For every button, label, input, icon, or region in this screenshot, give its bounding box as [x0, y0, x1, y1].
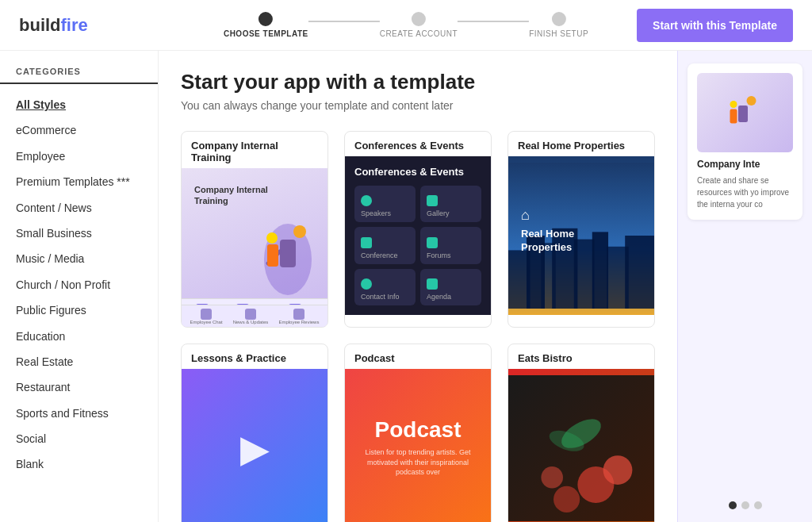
template-card-image-podcast: Podcast Listen for top trending artists.…: [345, 369, 491, 522]
template-card-eats[interactable]: Eats Bistro: [508, 344, 655, 522]
template-card-title-eats: Eats Bistro: [508, 344, 654, 369]
mock-company-figure: [256, 216, 320, 303]
svg-rect-14: [625, 236, 654, 309]
svg-point-24: [730, 101, 737, 108]
mock-conf-agenda: Agenda: [420, 269, 481, 305]
template-card-conferences[interactable]: Conferences & Events Conferences & Event…: [344, 131, 492, 328]
step-label-2: Create Account: [380, 29, 458, 38]
template-card-title-podcast: Podcast: [345, 344, 491, 369]
mock-conf-contact: Contact Info: [354, 269, 416, 305]
step-choose-template: Choose Template: [224, 12, 308, 38]
svg-point-17: [603, 455, 633, 485]
mock-conf-header: Conferences & Events: [354, 166, 481, 179]
sidebar-item-content-news[interactable]: Content / News: [0, 195, 158, 221]
sidebar-item-premium[interactable]: Premium Templates ***: [0, 169, 158, 194]
svg-point-18: [553, 486, 580, 512]
svg-point-1: [293, 225, 306, 238]
template-grid: Company Internal Training Company Intern…: [181, 131, 655, 522]
sidebar-item-restaurant[interactable]: Restaurant: [0, 374, 158, 400]
mock-lessons-icon: ▶: [240, 426, 270, 470]
page-title: Start your app with a template: [181, 70, 655, 94]
right-panel: Company Inte Create and share se resourc…: [677, 51, 812, 522]
step-circle-2: [412, 12, 426, 26]
mock-company-text: Company InternalTraining: [194, 184, 268, 207]
template-card-podcast[interactable]: Podcast Podcast Listen for top trending …: [344, 344, 492, 522]
template-card-title-lessons: Lessons & Practice: [182, 344, 327, 369]
sidebar-item-church[interactable]: Church / Non Profit: [0, 272, 158, 297]
template-card-company[interactable]: Company Internal Training Company Intern…: [181, 131, 328, 328]
right-panel-card: Company Inte Create and share se resourc…: [688, 63, 802, 220]
carousel-dots: [688, 495, 802, 509]
mock-chat: Employee Chat: [190, 309, 223, 324]
template-card-image-lessons: ▶: [182, 369, 327, 522]
mock-conf-speakers: Speakers: [354, 186, 416, 222]
step-circle-1: [259, 12, 273, 26]
mock-conf-grid: Speakers Gallery Conference: [354, 186, 481, 305]
mock-second-bar: Employee Chat News & Updates Employee Re…: [182, 305, 327, 327]
sidebar-item-ecommerce[interactable]: eCommerce: [0, 117, 158, 143]
template-card-image-realhome: ⌂ Real HomeProperties: [508, 156, 654, 315]
progress-steps: Choose Template Create Account Finish Se…: [224, 12, 588, 38]
sidebar-item-blank[interactable]: Blank: [0, 451, 158, 477]
svg-rect-25: [730, 109, 737, 124]
logo-fire-text: fire: [61, 15, 88, 36]
page-subtitle: You can always change your template and …: [181, 99, 655, 112]
step-finish-setup: Finish Setup: [529, 12, 588, 38]
mock-real-brand-text: ⌂ Real HomeProperties: [521, 206, 574, 255]
sidebar-item-all-styles[interactable]: All Styles: [0, 92, 158, 117]
step-label-1: Choose Template: [224, 29, 308, 38]
main-layout: CATEGORIES All Styles eCommerce Employee…: [0, 51, 812, 522]
mock-conf-forums: Forums: [420, 227, 481, 263]
logo-build-text: build: [19, 15, 61, 36]
template-card-title-company: Company Internal Training: [182, 132, 327, 168]
mock-news: News & Updates: [233, 309, 269, 324]
header: buildfire Choose Template Create Account…: [0, 0, 812, 51]
sidebar-item-sports-fitness[interactable]: Sports and Fitness: [0, 401, 158, 426]
sidebar-item-small-business[interactable]: Small Business: [0, 221, 158, 246]
mock-reviews: Employee Reviews: [278, 309, 319, 324]
template-card-image-eats: [508, 369, 654, 522]
svg-rect-2: [280, 240, 296, 267]
right-panel-preview-icon: [722, 89, 769, 136]
svg-rect-11: [574, 240, 595, 309]
content-area: Start your app with a template You can a…: [159, 51, 677, 522]
mock-conf-conference: Conference: [354, 227, 416, 263]
right-panel-card-text: Create and share se resources with yo im…: [697, 175, 793, 210]
template-card-image-conferences: Conferences & Events Speakers Gallery: [345, 156, 491, 315]
step-line-2: [458, 21, 529, 22]
sidebar-item-public-figures[interactable]: Public Figures: [0, 297, 158, 323]
step-circle-3: [552, 12, 566, 26]
dot-1[interactable]: [729, 501, 737, 509]
categories-label: CATEGORIES: [0, 67, 158, 84]
sidebar-item-real-estate[interactable]: Real Estate: [0, 349, 158, 374]
right-panel-preview-image: [697, 73, 793, 152]
sidebar-item-social[interactable]: Social: [0, 426, 158, 451]
sidebar: CATEGORIES All Styles eCommerce Employee…: [0, 51, 159, 522]
sidebar-item-music-media[interactable]: Music / Media: [0, 246, 158, 271]
svg-point-19: [541, 466, 563, 489]
svg-point-22: [746, 96, 756, 106]
mock-conf-gallery: Gallery: [420, 186, 481, 222]
dot-3[interactable]: [754, 501, 762, 509]
step-label-3: Finish Setup: [529, 29, 588, 38]
step-create-account: Create Account: [380, 12, 458, 38]
start-with-template-button[interactable]: Start with this Template: [637, 9, 793, 42]
template-card-title-conferences: Conferences & Events: [345, 132, 491, 156]
right-panel-card-title: Company Inte: [697, 159, 793, 170]
sidebar-item-employee[interactable]: Employee: [0, 144, 158, 169]
sidebar-item-education[interactable]: Education: [0, 324, 158, 349]
template-card-title-realhome: Real Home Properties: [508, 132, 654, 156]
step-line-1: [308, 21, 380, 22]
mock-eats-bg: [508, 369, 654, 522]
svg-point-4: [266, 232, 278, 244]
logo: buildfire: [19, 15, 88, 36]
template-card-image-company: Company InternalTraining: [182, 168, 327, 327]
svg-rect-5: [267, 244, 278, 267]
svg-rect-23: [738, 106, 748, 122]
svg-rect-12: [592, 232, 608, 309]
dot-2[interactable]: [741, 501, 749, 509]
template-card-lessons[interactable]: Lessons & Practice ▶: [181, 344, 328, 522]
mock-podcast-subtitle: Listen for top trending artists. Get mot…: [358, 447, 478, 478]
template-card-realhome[interactable]: Real Home Properties: [508, 131, 655, 328]
mock-podcast-title: Podcast: [375, 419, 462, 441]
